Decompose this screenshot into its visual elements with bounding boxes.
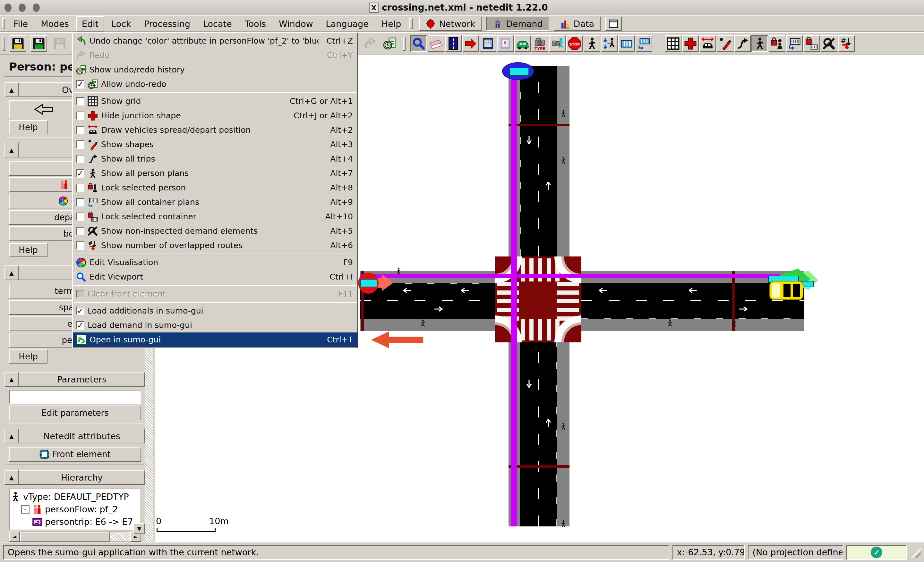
- scroll-thumb[interactable]: [20, 532, 110, 541]
- checkbox[interactable]: [76, 112, 84, 120]
- toolbar-grip[interactable]: [403, 37, 405, 51]
- menu-language[interactable]: Language: [320, 16, 374, 31]
- menu-show-overlapped[interactable]: #Show number of overlapped routesAlt+6: [73, 238, 357, 253]
- menu-show-person-plans[interactable]: ✓Show all person plansAlt+7: [73, 166, 357, 181]
- stop-mode-button[interactable]: STOP: [566, 35, 583, 52]
- menu-load-additionals[interactable]: ✓Load additionals in sumo-gui: [73, 303, 357, 318]
- taxi-vehicle[interactable]: [770, 281, 805, 301]
- window-controls[interactable]: [4, 3, 40, 12]
- vehicle-mode-button[interactable]: [514, 35, 531, 52]
- collapse-button[interactable]: ▲: [4, 265, 19, 280]
- checkbox[interactable]: ✓: [76, 80, 84, 88]
- menu-edit-viewport[interactable]: Edit ViewportCtrl+I: [73, 270, 357, 284]
- menu-show-grid[interactable]: Show gridCtrl+G or Alt+1: [73, 94, 357, 108]
- tree-item[interactable]: persontrip: E6 -> E7: [10, 516, 140, 528]
- tree-item[interactable]: vType: DEFAULT_PEDTYP: [10, 490, 140, 503]
- scroll-left-button[interactable]: ◄: [9, 532, 20, 542]
- group-label-button[interactable]: Hierarchy: [19, 470, 145, 485]
- resize-grip[interactable]: [910, 547, 921, 558]
- collapse-button[interactable]: ▲: [4, 429, 19, 443]
- menu-modes[interactable]: Modes: [35, 16, 75, 31]
- toggle-grid-button[interactable]: [665, 35, 681, 52]
- menu-lock-container[interactable]: Lock selected containerAlt+10: [73, 209, 357, 224]
- supermode-data-button[interactable]: Data: [554, 16, 601, 31]
- toggle-draw-spread-button[interactable]: [699, 35, 716, 52]
- toggle-show-overlapped-button[interactable]: #: [838, 35, 855, 52]
- checkbox[interactable]: [76, 212, 84, 221]
- move-mode-button[interactable]: [445, 35, 462, 52]
- menu-show-all-trips[interactable]: Show all tripsAlt+4: [73, 152, 357, 166]
- menu-help[interactable]: Help: [376, 16, 407, 31]
- personflow-origin-marker[interactable]: [358, 272, 400, 294]
- menu-window[interactable]: Window: [273, 16, 319, 31]
- toggle-lock-container-button[interactable]: [803, 35, 820, 52]
- collapse-button[interactable]: ▲: [4, 82, 19, 97]
- collapse-button[interactable]: ▲: [4, 470, 19, 485]
- menu-allow-undo-redo[interactable]: ✓Allow undo-redo: [73, 77, 357, 91]
- checkbox[interactable]: [76, 241, 84, 250]
- group-label-button[interactable]: Netedit attributes: [19, 429, 145, 443]
- previous-element-button[interactable]: [9, 100, 80, 118]
- container-mode-button[interactable]: [618, 35, 635, 52]
- edit-parameters-button[interactable]: Edit parameters: [9, 405, 141, 420]
- checkbox[interactable]: [76, 227, 84, 235]
- hierarchy-hscrollbar[interactable]: ◄►: [9, 532, 141, 542]
- menu-locate[interactable]: Locate: [197, 16, 238, 31]
- collapse-button[interactable]: ▲: [4, 143, 19, 157]
- person-stop-mode-button[interactable]: [497, 35, 514, 52]
- save-network-button[interactable]: [30, 35, 47, 52]
- sidebar-scroll-down-button[interactable]: ▼: [134, 523, 145, 534]
- menu-hide-junction-shape[interactable]: Hide junction shapeCtrl+J or Alt+2: [73, 108, 357, 123]
- toggle-show-shapes-button[interactable]: [717, 35, 734, 52]
- save-sumo-config-button[interactable]: [10, 35, 26, 52]
- route-line-horizontal[interactable]: [360, 274, 804, 278]
- menu-undo[interactable]: Undo change 'color' attribute in personF…: [73, 34, 357, 48]
- checkbox[interactable]: [76, 184, 84, 192]
- supermode-demand-button[interactable]: Demand: [486, 16, 549, 31]
- flow-vehicle-marker[interactable]: [502, 62, 536, 81]
- checkbox[interactable]: [76, 155, 84, 163]
- checkbox[interactable]: [76, 198, 84, 206]
- toggle-junction-shape-button[interactable]: [682, 35, 699, 52]
- window-maximize-button[interactable]: [33, 3, 40, 12]
- container-plan-mode-button[interactable]: [636, 35, 652, 52]
- person-plan-mode-button[interactable]: [601, 35, 618, 52]
- group-label-button[interactable]: Parameters: [19, 372, 145, 387]
- menu-edit-visualisation[interactable]: Edit VisualisationF9: [73, 255, 357, 270]
- type-distribution-mode-button[interactable]: [549, 35, 566, 52]
- menu-load-demand[interactable]: ✓Load demand in sumo-gui: [73, 318, 357, 332]
- menu-undo-history[interactable]: Show undo/redo history: [73, 63, 357, 77]
- toggle-container-plans-button[interactable]: [786, 35, 803, 52]
- type-mode-button[interactable]: TYPE: [532, 35, 548, 52]
- checkbox[interactable]: ✓: [76, 321, 84, 330]
- osg-view-button[interactable]: [605, 16, 622, 31]
- checkbox[interactable]: ✓: [76, 307, 84, 315]
- menubar-grip2[interactable]: [410, 18, 412, 29]
- checkbox[interactable]: [76, 140, 84, 149]
- menu-show-noninspected[interactable]: Show non-inspected demand elementsAlt+5: [73, 224, 357, 238]
- checkbox[interactable]: ✓: [76, 169, 84, 178]
- menubar-grip[interactable]: [2, 18, 5, 29]
- menu-show-shapes[interactable]: Show shapesAlt+3: [73, 137, 357, 152]
- supermode-network-button[interactable]: Network: [419, 16, 482, 31]
- toggle-person-plans-button[interactable]: [752, 35, 768, 52]
- parameters-input[interactable]: [9, 390, 141, 404]
- collapse-button[interactable]: ▲: [4, 372, 19, 387]
- help-button[interactable]: Help: [9, 243, 48, 257]
- checkbox[interactable]: [76, 126, 84, 135]
- menu-lock[interactable]: Lock: [105, 16, 137, 31]
- menu-tools[interactable]: Tools: [239, 16, 272, 31]
- menu-show-container-plans[interactable]: Show all container plansAlt+9: [73, 195, 357, 209]
- window-minimize-button[interactable]: [19, 3, 26, 12]
- menu-processing[interactable]: Processing: [138, 16, 196, 31]
- window-close-button[interactable]: [4, 3, 12, 12]
- toggle-show-noninspected-button[interactable]: [821, 35, 837, 52]
- hierarchy-tree[interactable]: vType: DEFAULT_PEDTYP-personFlow: pf_2pe…: [9, 489, 141, 530]
- scroll-track[interactable]: [20, 532, 130, 542]
- checkbox[interactable]: [76, 97, 84, 106]
- toggle-show-trips-button[interactable]: [734, 35, 751, 52]
- inspect-mode-button[interactable]: [410, 35, 427, 52]
- route-mode-button[interactable]: [462, 35, 479, 52]
- help-button[interactable]: Help: [9, 350, 48, 363]
- menu-lock-person[interactable]: Lock selected personAlt+8: [73, 181, 357, 195]
